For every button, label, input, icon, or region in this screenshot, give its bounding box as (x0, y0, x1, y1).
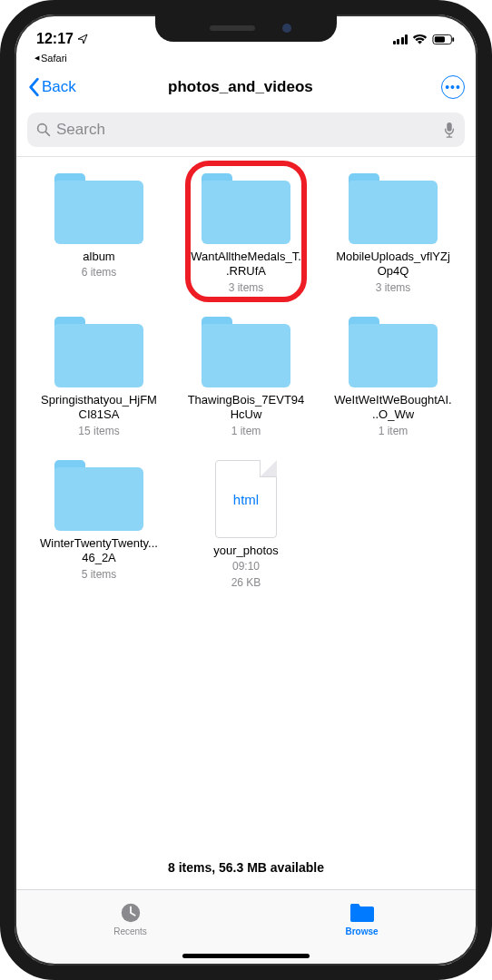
file-icon: html (215, 460, 277, 538)
navigation-bar: Back photos_and_videos ••• (15, 67, 477, 107)
folder-icon (349, 901, 376, 925)
tab-recents[interactable]: Recents (15, 890, 246, 947)
svg-rect-2 (452, 37, 454, 42)
battery-icon (432, 34, 456, 45)
folder-icon (349, 317, 438, 387)
folder-icon (54, 173, 143, 244)
folder-icon (202, 173, 290, 244)
svg-rect-1 (435, 36, 445, 43)
folder-item[interactable]: WinterTwentyTwenty...46_2A5 items (31, 460, 167, 590)
folder-item[interactable]: WeItWeItWeBoughtAI...O_Ww1 item (325, 317, 461, 438)
svg-line-4 (45, 132, 49, 135)
home-indicator[interactable] (182, 954, 310, 958)
item-meta: 3 items (229, 281, 264, 296)
item-meta: 6 items (82, 266, 117, 280)
folder-item[interactable]: MobileUploads_vflYZjOp4Q3 items (325, 173, 461, 295)
tab-browse[interactable]: Browse (246, 890, 477, 947)
item-name: WinterTwentyTwenty...46_2A (40, 536, 158, 566)
item-meta: 1 item (379, 425, 408, 439)
chevron-left-icon (27, 77, 40, 97)
file-item[interactable]: htmlyour_photos09:1026 KB (178, 460, 314, 590)
folder-icon (202, 317, 290, 387)
item-name: Springisthatyou_HjFMCI81SA (40, 393, 158, 423)
folder-item[interactable]: Springisthatyou_HjFMCI81SA15 items (31, 317, 167, 438)
item-name: IWantAlltheMedals_T...RRUfA (187, 250, 305, 279)
item-name: MobileUploads_vflYZjOp4Q (334, 250, 452, 279)
item-meta: 1 item (231, 425, 261, 439)
app-return-link[interactable]: Safari (15, 53, 477, 64)
item-meta: 5 items (82, 568, 117, 583)
folder-item[interactable]: album6 items (31, 173, 167, 295)
wifi-icon (412, 34, 428, 45)
microphone-icon[interactable] (443, 122, 456, 138)
item-meta: 26 KB (231, 576, 261, 591)
status-time: 12:17 (36, 31, 74, 47)
page-title: photos_and_videos (40, 78, 441, 96)
svg-point-3 (38, 124, 47, 133)
footer-status: 8 items, 56.3 MB available (15, 849, 477, 886)
clock-icon (118, 901, 143, 925)
location-icon (77, 34, 88, 44)
ellipsis-icon: ••• (445, 80, 461, 94)
search-input[interactable] (56, 121, 438, 139)
folder-item[interactable]: IWantAlltheMedals_T...RRUfA3 items (178, 173, 314, 295)
item-name: your_photos (213, 544, 279, 558)
file-grid: album6 itemsIWantAlltheMedals_T...RRUfA3… (15, 157, 477, 600)
folder-item[interactable]: ThawingBois_7EVT94HcUw1 item (178, 317, 314, 438)
item-meta: 15 items (78, 425, 119, 439)
item-meta: 09:10 (232, 560, 260, 574)
item-name: WeItWeItWeBoughtAI...O_Ww (334, 393, 452, 423)
search-field[interactable] (27, 113, 465, 147)
svg-rect-5 (447, 122, 451, 132)
cellular-signal-icon (393, 34, 408, 44)
folder-icon (54, 317, 143, 387)
item-meta: 3 items (376, 281, 411, 296)
search-icon (36, 122, 51, 137)
folder-icon (54, 460, 143, 531)
item-name: album (83, 250, 114, 264)
folder-icon (349, 173, 438, 244)
item-name: ThawingBois_7EVT94HcUw (187, 393, 305, 423)
more-options-button[interactable]: ••• (441, 75, 465, 99)
